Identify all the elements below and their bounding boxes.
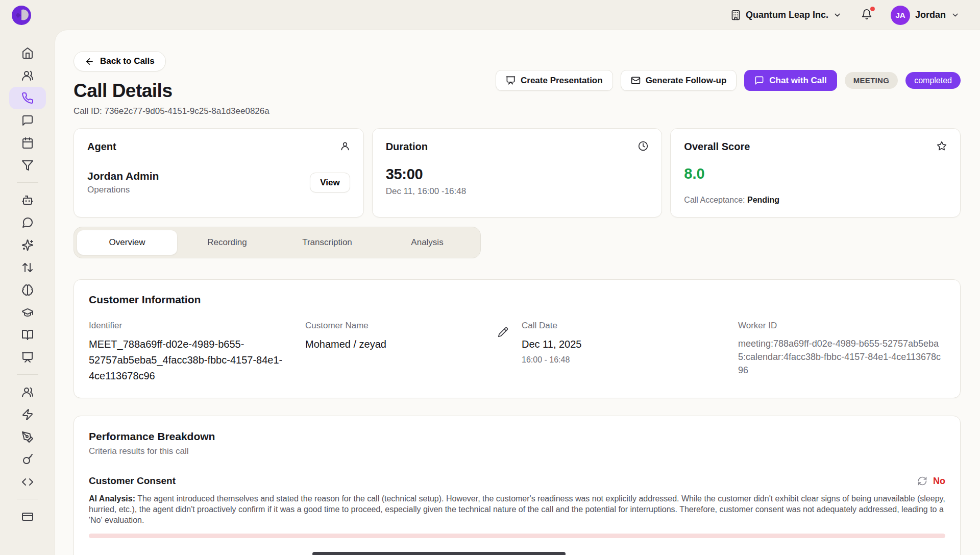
overall-score-card: Overall Score 8.0 Call Acceptance: Pendi…	[670, 128, 961, 218]
create-presentation-button[interactable]: Create Presentation	[496, 70, 613, 91]
tab-recording[interactable]: Recording	[177, 230, 277, 255]
sidebar-item-bot[interactable]	[9, 189, 46, 211]
duration-card-title: Duration	[386, 141, 428, 153]
sidebar-item-home[interactable]	[9, 42, 46, 64]
pencil-icon	[498, 327, 508, 337]
agent-role: Operations	[87, 185, 159, 195]
sidebar-item-design[interactable]	[9, 426, 46, 448]
sidebar-item-ai[interactable]	[9, 234, 46, 256]
page-title: Call Details	[74, 80, 270, 102]
pen-tool-icon	[21, 431, 34, 443]
sidebar-item-transfers[interactable]	[9, 256, 46, 279]
key-icon	[21, 453, 34, 466]
customer-information-title: Customer Information	[89, 294, 945, 306]
top-bar: Quantum Leap Inc. JA Jordan	[0, 0, 980, 30]
score-card-title: Overall Score	[684, 141, 750, 153]
identifier-label: Identifier	[89, 321, 296, 331]
chat-with-call-label: Chat with Call	[769, 76, 826, 86]
chevron-down-icon	[951, 11, 960, 19]
back-to-calls-button[interactable]: Back to Calls	[74, 51, 166, 71]
back-label: Back to Calls	[100, 56, 155, 66]
call-date-value: Dec 11, 2025	[522, 336, 729, 352]
arrow-left-icon	[85, 57, 94, 66]
status-badge: completed	[905, 72, 961, 89]
call-date-field: Call Date Dec 11, 2025 16:00 - 16:48	[522, 321, 729, 384]
edit-customer-name-button[interactable]	[498, 327, 508, 339]
tab-transcription[interactable]: Transcription	[277, 230, 377, 255]
user-name: Jordan	[915, 10, 946, 20]
app-root: Quantum Leap Inc. JA Jordan	[0, 0, 980, 555]
duration-card: Duration 35:00 Dec 11, 16:00 -16:48	[372, 128, 663, 218]
header-actions: Create Presentation Generate Follow-up C…	[496, 70, 961, 91]
home-icon	[21, 47, 34, 59]
tab-analysis[interactable]: Analysis	[377, 230, 477, 255]
app-logo[interactable]	[11, 5, 32, 26]
graduation-cap-icon	[21, 306, 34, 319]
star-icon	[937, 141, 947, 151]
funnel-icon	[21, 159, 34, 172]
sidebar-item-knowledge[interactable]	[9, 324, 46, 346]
sidebar-item-intelligence[interactable]	[9, 279, 46, 301]
zap-icon	[21, 408, 34, 421]
call-acceptance: Call Acceptance: Pending	[684, 196, 947, 205]
sidebar-divider	[17, 182, 38, 183]
worker-id-label: Worker ID	[738, 321, 945, 331]
message-square-icon	[21, 114, 34, 127]
main-panel: Back to Calls Call Details Call ID: 736e…	[55, 30, 980, 555]
generate-followup-button[interactable]: Generate Follow-up	[621, 70, 737, 91]
identifier-value: MEET_788a69ff-d02e-4989-b655-52757ab5eba…	[89, 336, 296, 384]
call-acceptance-value: Pending	[747, 196, 779, 204]
agent-card: Agent Jordan Admin Operations View	[74, 128, 364, 218]
ai-analysis-text: The agent introduced themselves and stat…	[89, 494, 945, 524]
sidebar-item-developer[interactable]	[9, 471, 46, 493]
meeting-badge: MEETING	[845, 72, 898, 89]
notifications-button[interactable]	[861, 9, 872, 22]
user-menu[interactable]: JA Jordan	[891, 6, 960, 25]
sidebar-nav	[0, 30, 55, 555]
book-open-icon	[21, 329, 34, 341]
sidebar-item-messages[interactable]	[9, 109, 46, 132]
code-icon	[21, 476, 34, 488]
customer-name-label: Customer Name	[305, 321, 386, 331]
call-time-value: 16:00 - 16:48	[522, 355, 729, 365]
criterion-customer-consent: Customer Consent No AI Analysis: The age…	[89, 475, 945, 538]
chat-with-call-button[interactable]: Chat with Call	[744, 70, 837, 91]
sidebar-item-billing[interactable]	[9, 505, 46, 528]
refresh-icon	[917, 476, 927, 486]
user-icon	[340, 141, 350, 151]
bot-icon	[21, 194, 34, 206]
create-presentation-label: Create Presentation	[521, 76, 603, 86]
sidebar-item-calendar[interactable]	[9, 132, 46, 154]
tab-overview[interactable]: Overview	[77, 230, 177, 255]
org-switcher[interactable]: Quantum Leap Inc.	[730, 10, 842, 20]
score-value: 8.0	[684, 165, 947, 182]
summary-cards: Agent Jordan Admin Operations View Durat…	[74, 128, 961, 218]
avatar: JA	[891, 6, 910, 25]
criterion-analysis: AI Analysis: The agent introduced themse…	[89, 493, 945, 525]
sidebar-item-team[interactable]	[9, 381, 46, 403]
view-agent-button[interactable]: View	[310, 173, 350, 192]
sidebar-item-chat[interactable]	[9, 211, 46, 234]
brain-icon	[21, 284, 34, 296]
sidebar-item-automations[interactable]	[9, 403, 46, 426]
sidebar-item-access[interactable]	[9, 448, 46, 471]
customer-name-field: Customer Name Mohamed / zeyad	[305, 321, 512, 384]
call-date-label: Call Date	[522, 321, 729, 331]
sidebar-item-training[interactable]	[9, 301, 46, 324]
sidebar-item-filters[interactable]	[9, 154, 46, 177]
chevron-down-icon	[833, 11, 842, 19]
identifier-field: Identifier MEET_788a69ff-d02e-4989-b655-…	[89, 321, 296, 384]
performance-subtitle: Criteria results for this call	[89, 446, 945, 456]
call-id: Call ID: 736e2c77-9d05-4151-9c25-8a1d3ee…	[74, 106, 270, 116]
worker-id-field: Worker ID meeting:788a69ff-d02e-4989-b65…	[738, 321, 945, 384]
duration-range: Dec 11, 16:00 -16:48	[386, 186, 649, 197]
mail-icon	[631, 76, 641, 85]
credit-card-icon	[21, 511, 34, 523]
sidebar-item-presentations[interactable]	[9, 346, 46, 369]
sidebar-divider	[17, 374, 38, 375]
phone-icon	[21, 92, 34, 104]
detail-tabs: Overview Recording Transcription Analysi…	[74, 227, 481, 258]
refresh-criterion-button[interactable]	[917, 476, 927, 486]
sidebar-item-calls[interactable]	[9, 87, 46, 109]
sidebar-item-contacts[interactable]	[9, 64, 46, 87]
